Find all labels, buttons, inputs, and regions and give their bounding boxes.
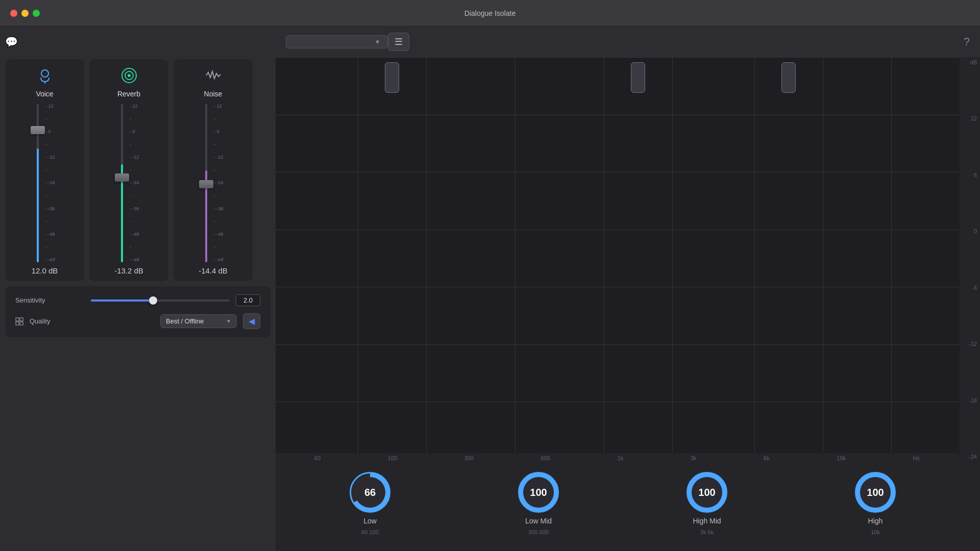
- grid-h-0db: [276, 172, 960, 172]
- sensitivity-slider-container[interactable]: [91, 296, 230, 305]
- db-label-n6: -6: [962, 285, 977, 291]
- grid-v-5: [672, 57, 673, 459]
- minimize-button[interactable]: [21, 10, 29, 17]
- grid-v-4: [604, 57, 604, 459]
- preset-dropdown[interactable]: ▼: [286, 35, 388, 48]
- grid-v-2: [426, 57, 427, 459]
- high-mid-band-name: High Mid: [693, 517, 721, 525]
- low-mid-band-range: 300 600: [528, 529, 549, 535]
- maximize-button[interactable]: [33, 10, 40, 17]
- low-band-value: 66: [364, 487, 376, 498]
- sensitivity-label: Sensitivity: [15, 296, 85, 304]
- voice-fader-thumb[interactable]: [31, 126, 45, 134]
- voice-value: 12.0 dB: [32, 266, 58, 275]
- sensitivity-thumb[interactable]: [149, 296, 157, 305]
- close-button[interactable]: [10, 10, 17, 17]
- freq-label-3k: 3k: [691, 455, 697, 461]
- svg-point-4: [128, 74, 131, 77]
- right-panel: ▼ ☰ ?: [276, 27, 980, 551]
- db-label-column: dB 12 6 0 -6 -12 -18 -24: [959, 57, 980, 462]
- noise-label: Noise: [204, 90, 223, 98]
- reverb-fader-container: -12 - -0 - --12 - --24 - --36 - --48 - -…: [118, 104, 139, 262]
- dropdown-arrow-icon: ▼: [226, 318, 231, 324]
- voice-channel: Voice -12 - -0 - --12 - --24: [5, 59, 84, 281]
- band-handle-low-mid[interactable]: [631, 62, 645, 93]
- db-label-12: dB: [962, 59, 977, 65]
- low-mid-band-knob[interactable]: 100: [518, 472, 559, 513]
- preset-arrow-icon: ▼: [375, 39, 380, 45]
- quality-row: Quality Best / Offline ▼ ◀: [15, 313, 260, 329]
- title-bar: Dialogue Isolate: [0, 0, 980, 27]
- svg-rect-6: [20, 318, 23, 321]
- main-container: 💬 Voice: [0, 27, 980, 551]
- noise-fader-labels: -12 - -0 - --12 - --24 - --36 - --48 - -…: [212, 104, 223, 262]
- db-label-0: 0: [962, 228, 977, 234]
- eq-grid: [276, 57, 960, 459]
- db-label-6: 6: [962, 172, 977, 178]
- low-band-knob[interactable]: 66: [350, 472, 390, 513]
- eq-display-area: dB 12 6 0 -6 -12 -18 -24 66 Low: [276, 57, 980, 551]
- voice-fader-track[interactable]: [34, 104, 41, 262]
- high-mid-band-group: 100 High Mid 3k 6k: [687, 472, 727, 535]
- voice-fader-labels: -12 - -0 - --12 - --24 - --36 - --48 - -…: [43, 104, 55, 262]
- high-mid-band-knob[interactable]: 100: [687, 472, 727, 513]
- menu-button[interactable]: ☰: [388, 33, 409, 51]
- freq-label-hz: Hz: [913, 455, 920, 461]
- grid-v-3: [515, 57, 516, 459]
- grid-v-7: [823, 57, 823, 459]
- band-handle-low[interactable]: [385, 62, 399, 93]
- high-band-group: 100 High 10k: [855, 472, 896, 535]
- freq-label-600: 600: [541, 455, 550, 461]
- app-title: Dialogue Isolate: [464, 9, 516, 17]
- sensitivity-value[interactable]: 2.0: [236, 294, 260, 306]
- low-band-group: 66 Low 60 100: [350, 472, 390, 535]
- noise-fader-container: -12 - -0 - --12 - --24 - --36 - --48 - -…: [203, 104, 223, 262]
- db-label-n18: -18: [962, 397, 977, 404]
- freq-label-60: 60: [314, 455, 321, 461]
- mono-button[interactable]: ◀: [243, 313, 260, 329]
- reverb-fader-labels: -12 - -0 - --12 - --24 - --36 - --48 - -…: [128, 104, 139, 262]
- db-label-12v: 12: [962, 115, 977, 121]
- freq-label-6k: 6k: [764, 455, 770, 461]
- reverb-label: Reverb: [117, 90, 140, 98]
- voice-level-fill: [37, 148, 39, 262]
- low-band-range: 60 100: [361, 529, 379, 535]
- reverb-channel: Reverb -12 - -0 - --12 - --24: [89, 59, 168, 281]
- reverb-icon: [120, 66, 138, 85]
- low-band-name: Low: [363, 517, 377, 525]
- quality-label: Quality: [30, 317, 154, 325]
- db-label-n24: -24: [962, 454, 977, 460]
- voice-fader-container: -12 - -0 - --12 - --24 - --36 - --48 - -…: [34, 104, 55, 262]
- noise-fader-thumb[interactable]: [199, 180, 213, 188]
- grid-v-8: [891, 57, 892, 459]
- grid-h-n24db: [276, 402, 960, 402]
- band-handle-high-mid[interactable]: [781, 62, 796, 93]
- quality-icon: [15, 317, 23, 325]
- high-band-knob[interactable]: 100: [855, 472, 896, 513]
- noise-fader-track[interactable]: [203, 104, 210, 262]
- reverb-fader-thumb[interactable]: [115, 173, 129, 182]
- eq-header: ▼ ☰ ?: [276, 27, 980, 57]
- low-mid-band-group: 100 Low Mid 300 600: [518, 472, 559, 535]
- freq-label-300: 300: [464, 455, 474, 461]
- freq-label-row: 60 100 300 600 1k 3k 6k 10k Hz: [276, 453, 959, 463]
- low-mid-band-value: 100: [530, 487, 547, 498]
- noise-icon: [204, 66, 223, 85]
- high-band-name: High: [868, 517, 883, 525]
- grid-v-1: [358, 57, 358, 459]
- quality-value: Best / Offline: [166, 317, 204, 325]
- help-button[interactable]: ?: [964, 35, 970, 48]
- freq-label-10k: 10k: [837, 455, 846, 461]
- high-mid-band-value: 100: [698, 487, 715, 498]
- sensitivity-fill: [91, 299, 153, 302]
- voice-icon: [36, 66, 54, 85]
- chat-icon-button[interactable]: 💬: [5, 36, 18, 48]
- grid-h-n12db: [276, 287, 960, 287]
- sensitivity-row: Sensitivity 2.0: [15, 294, 260, 306]
- reverb-fader-track[interactable]: [118, 104, 126, 262]
- quality-dropdown[interactable]: Best / Offline ▼: [160, 314, 237, 328]
- grid-h-6db: [276, 115, 960, 115]
- grid-h-n18db: [276, 344, 960, 345]
- svg-rect-5: [16, 318, 19, 321]
- low-mid-band-name: Low Mid: [525, 517, 552, 525]
